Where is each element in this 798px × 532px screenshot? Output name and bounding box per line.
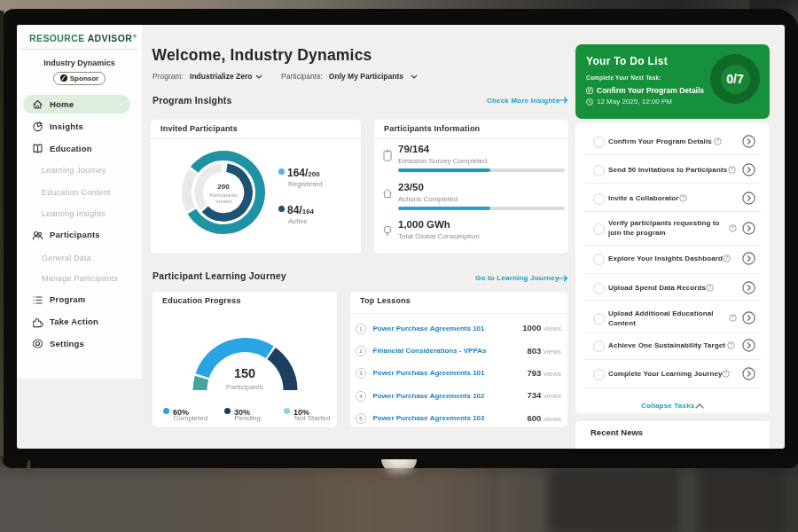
svg-text:?: ? bbox=[724, 371, 727, 376]
svg-text:?: ? bbox=[708, 285, 711, 290]
svg-text:?: ? bbox=[732, 225, 734, 231]
svg-text:?: ? bbox=[716, 138, 719, 144]
svg-text:?: ? bbox=[725, 255, 728, 261]
svg-text:?: ? bbox=[731, 167, 733, 172]
svg-text:?: ? bbox=[682, 195, 685, 200]
svg-text:?: ? bbox=[732, 315, 734, 320]
svg-text:?: ? bbox=[730, 342, 732, 348]
